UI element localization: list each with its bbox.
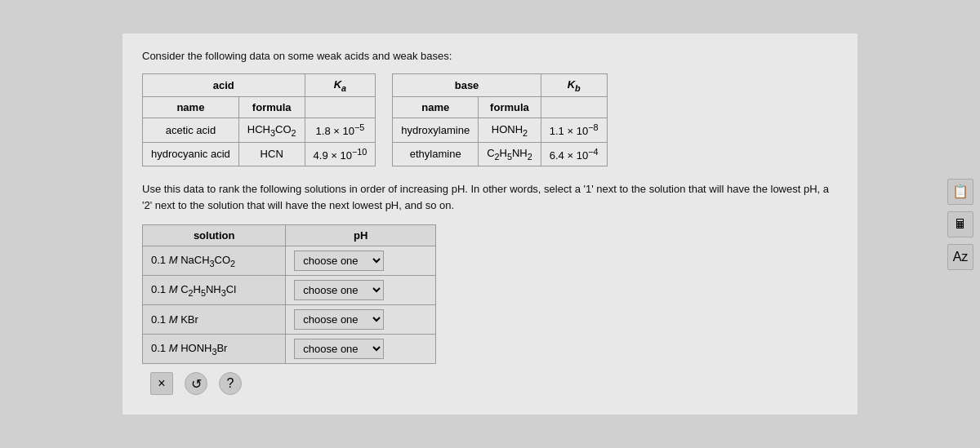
ph-select-nacch3co2[interactable]: choose one 1 2 3 4 [294, 251, 384, 271]
base-formula-cell: HONH2 [479, 118, 541, 142]
acid-table: acid Ka name formula acetic acid HCH3CO2… [142, 73, 376, 166]
help-icon: ? [227, 376, 234, 391]
base-table: base Kb name formula hydroxylamine HONH2… [392, 73, 607, 166]
acid-formula-col: formula [238, 97, 305, 118]
acid-formula-cell: HCN [238, 142, 305, 166]
acid-ka-cell: 4.9 × 10−10 [305, 142, 376, 166]
close-icon: × [158, 376, 165, 391]
base-name-col: name [393, 97, 479, 118]
acid-ka-cell: 1.8 × 10−5 [305, 118, 376, 142]
base-kb-cell: 6.4 × 10−4 [541, 142, 607, 166]
reset-icon: ↺ [191, 376, 202, 392]
table-row: hydroxylamine HONH2 1.1 × 10−8 [393, 118, 607, 142]
table-row: 0.1 M KBr choose one 1 2 3 4 [143, 305, 436, 335]
table-row: 0.1 M C2H5NH3Cl choose one 1 2 3 4 [143, 276, 436, 305]
reset-button[interactable]: ↺ [185, 372, 207, 395]
calculator-icon-button[interactable]: 🖩 [947, 211, 973, 237]
table-row: hydrocyanic acid HCN 4.9 × 10−10 [143, 142, 376, 166]
notebook-icon-button[interactable]: 📋 [947, 179, 973, 205]
data-tables-row: acid Ka name formula acetic acid HCH3CO2… [142, 73, 838, 166]
ka-header: Ka [305, 73, 376, 97]
close-button[interactable]: × [150, 372, 173, 395]
right-icons-panel: 📋 🖩 Az [941, 172, 980, 277]
acid-name-cell: acetic acid [143, 118, 239, 142]
intro-text: Consider the following data on some weak… [142, 50, 838, 62]
ph-col-header: pH [286, 225, 436, 246]
ph-select-cell: choose one 1 2 3 4 [286, 335, 436, 364]
solution-cell: 0.1 M KBr [143, 305, 286, 335]
table-row: 0.1 M NaCH3CO2 choose one 1 2 3 4 [143, 246, 436, 276]
base-formula-cell: C2H5NH2 [479, 142, 541, 166]
solution-cell: 0.1 M C2H5NH3Cl [143, 276, 286, 305]
base-section-header: base [393, 73, 541, 97]
ranking-table: solution pH 0.1 M NaCH3CO2 choose one 1 … [142, 224, 436, 364]
instruction-text: Use this data to rank the following solu… [142, 181, 838, 213]
base-name-cell: ethylamine [393, 142, 479, 166]
periodic-table-icon: Az [953, 250, 969, 264]
base-kb-col [541, 97, 607, 118]
action-row: × ↺ ? [150, 372, 838, 395]
table-row: ethylamine C2H5NH2 6.4 × 10−4 [393, 142, 607, 166]
notebook-icon: 📋 [952, 184, 969, 199]
base-formula-col: formula [479, 97, 541, 118]
ph-select-cell: choose one 1 2 3 4 [286, 276, 436, 305]
acid-ka-col [305, 97, 376, 118]
acid-name-cell: hydrocyanic acid [143, 142, 239, 166]
ph-select-kbr[interactable]: choose one 1 2 3 4 [294, 309, 384, 330]
acid-name-col: name [143, 97, 239, 118]
calculator-icon: 🖩 [954, 217, 967, 232]
solution-cell: 0.1 M HONH3Br [143, 335, 286, 364]
kb-header: Kb [541, 73, 607, 97]
acid-section-header: acid [143, 73, 305, 97]
help-button[interactable]: ? [219, 372, 242, 395]
base-kb-cell: 1.1 × 10−8 [541, 118, 607, 142]
table-row: 0.1 M HONH3Br choose one 1 2 3 4 [143, 335, 436, 364]
ph-select-hydroxylaminebr[interactable]: choose one 1 2 3 4 [294, 339, 384, 359]
periodic-table-button[interactable]: Az [947, 244, 973, 270]
ph-select-ethylammonium[interactable]: choose one 1 2 3 4 [294, 280, 384, 300]
ph-select-cell: choose one 1 2 3 4 [286, 305, 436, 335]
base-name-cell: hydroxylamine [393, 118, 479, 142]
acid-formula-cell: HCH3CO2 [238, 118, 305, 142]
ph-select-cell: choose one 1 2 3 4 [286, 246, 436, 276]
solution-cell: 0.1 M NaCH3CO2 [143, 246, 286, 276]
solution-col-header: solution [143, 225, 286, 246]
table-row: acetic acid HCH3CO2 1.8 × 10−5 [143, 118, 376, 142]
